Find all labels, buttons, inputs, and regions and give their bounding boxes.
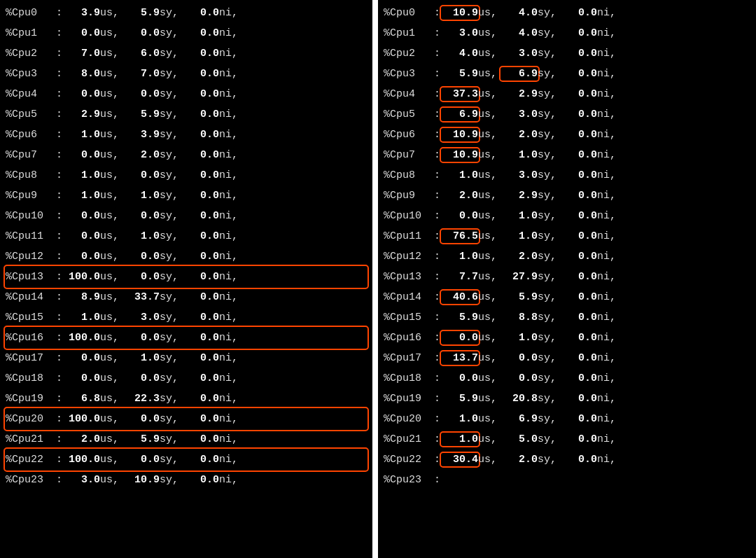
ni-unit: ni, <box>219 251 238 263</box>
ni-unit: ni, <box>219 230 238 242</box>
cpu-label: %Cpu3 <box>6 68 56 80</box>
colon: : <box>434 332 440 344</box>
cpu-label: %Cpu2 <box>384 48 434 60</box>
table-row: %Cpu8:1.0 us,3.0 sy,0.0 ni, <box>384 165 750 186</box>
ni-value: 0.0 <box>183 169 219 181</box>
sy-value: 5.9 <box>123 109 160 120</box>
cpu-label: %Cpu5 <box>6 109 56 120</box>
cpu-label: %Cpu15 <box>6 312 56 323</box>
cpu-label: %Cpu19 <box>6 393 56 405</box>
sy-value: 2.0 <box>501 454 538 466</box>
ni-value: 0.0 <box>561 271 597 283</box>
us-unit: us, <box>100 48 119 60</box>
ni-unit: ni, <box>597 169 616 181</box>
us-value: 1.0 <box>64 169 100 181</box>
cpu-label: %Cpu3 <box>384 68 434 80</box>
ni-unit: ni, <box>219 7 238 19</box>
table-row: %Cpu18:0.0 us,0.0 sy,0.0 ni, <box>384 368 750 389</box>
cpu-label: %Cpu7 <box>384 149 434 161</box>
sy-unit: sy, <box>538 129 556 141</box>
us-value: 10.9 <box>442 149 478 161</box>
ni-unit: ni, <box>597 352 616 364</box>
us-unit: us, <box>478 271 497 283</box>
sy-unit: sy, <box>160 109 178 120</box>
cpu-label: %Cpu16 <box>6 332 56 344</box>
ni-unit: ni, <box>219 129 238 141</box>
us-unit: us, <box>100 68 119 80</box>
us-value: 3.9 <box>64 7 100 19</box>
cpu-label: %Cpu22 <box>384 454 434 466</box>
colon: : <box>434 251 440 263</box>
ni-value: 0.0 <box>561 129 597 141</box>
sy-value: 7.0 <box>123 68 160 80</box>
colon: : <box>56 352 62 364</box>
cpu-label: %Cpu17 <box>384 352 434 364</box>
us-unit: us, <box>100 251 119 263</box>
sy-unit: sy, <box>160 413 178 425</box>
colon: : <box>434 413 440 425</box>
sy-unit: sy, <box>160 48 178 60</box>
cpu-label: %Cpu19 <box>384 393 434 405</box>
ni-value: 0.0 <box>183 291 219 303</box>
us-value: 5.9 <box>442 68 478 80</box>
table-row: %Cpu0:10.9 us,4.0 sy,0.0 ni, <box>384 3 750 23</box>
cpu-label: %Cpu9 <box>384 190 434 202</box>
us-value: 8.0 <box>64 68 100 80</box>
ni-unit: ni, <box>597 454 616 466</box>
colon: : <box>56 251 62 263</box>
us-value: 0.0 <box>64 149 100 161</box>
sy-value: 27.9 <box>501 271 538 283</box>
sy-unit: sy, <box>160 372 178 384</box>
sy-unit: sy, <box>160 68 178 80</box>
cpu-label: %Cpu23 <box>384 474 434 486</box>
cpu-label: %Cpu2 <box>6 48 56 60</box>
cpu-label: %Cpu8 <box>6 169 56 181</box>
us-value: 0.0 <box>64 27 100 39</box>
colon: : <box>434 393 440 405</box>
ni-value: 0.0 <box>183 190 219 202</box>
us-unit: us, <box>478 393 497 405</box>
cpu-label: %Cpu4 <box>6 88 56 100</box>
sy-unit: sy, <box>160 312 178 323</box>
ni-unit: ni, <box>597 129 616 141</box>
ni-value: 0.0 <box>561 68 597 80</box>
table-row: %Cpu18:0.0 us,0.0 sy,0.0 ni, <box>6 368 367 389</box>
sy-unit: sy, <box>538 413 556 425</box>
cpu-label: %Cpu11 <box>6 230 56 242</box>
sy-value: 0.0 <box>123 413 160 425</box>
us-unit: us, <box>478 210 497 222</box>
cpu-label: %Cpu16 <box>384 332 434 344</box>
cpu-label: %Cpu22 <box>6 454 56 466</box>
cpu-label: %Cpu23 <box>6 474 56 486</box>
ni-unit: ni, <box>597 149 616 161</box>
sy-value: 0.0 <box>501 372 538 384</box>
sy-unit: sy, <box>538 68 556 80</box>
ni-value: 0.0 <box>561 88 597 100</box>
us-unit: us, <box>100 312 119 323</box>
sy-unit: sy, <box>160 474 178 486</box>
sy-unit: sy, <box>538 88 556 100</box>
sy-value: 5.9 <box>501 291 538 303</box>
us-unit: us, <box>478 352 497 364</box>
colon: : <box>434 433 440 445</box>
table-row: %Cpu17:0.0 us,1.0 sy,0.0 ni, <box>6 348 367 368</box>
sy-unit: sy, <box>538 372 556 384</box>
cpu-label: %Cpu1 <box>6 27 56 39</box>
us-value: 1.0 <box>64 190 100 202</box>
cpu-label: %Cpu1 <box>384 27 434 39</box>
sy-unit: sy, <box>160 7 178 19</box>
us-value: 1.0 <box>64 312 100 323</box>
us-unit: us, <box>100 271 119 283</box>
table-row: %Cpu4:37.3 us,2.9 sy,0.0 ni, <box>384 84 750 104</box>
ni-value: 0.0 <box>561 27 597 39</box>
ni-unit: ni, <box>219 210 238 222</box>
sy-unit: sy, <box>538 291 556 303</box>
us-unit: us, <box>100 109 119 120</box>
ni-value: 0.0 <box>183 433 219 445</box>
us-value: 3.0 <box>442 27 478 39</box>
sy-unit: sy, <box>160 352 178 364</box>
ni-value: 0.0 <box>561 352 597 364</box>
table-row: %Cpu3:8.0 us,7.0 sy,0.0 ni, <box>6 64 367 84</box>
sy-value: 2.0 <box>501 251 538 263</box>
sy-value: 0.0 <box>123 251 160 263</box>
